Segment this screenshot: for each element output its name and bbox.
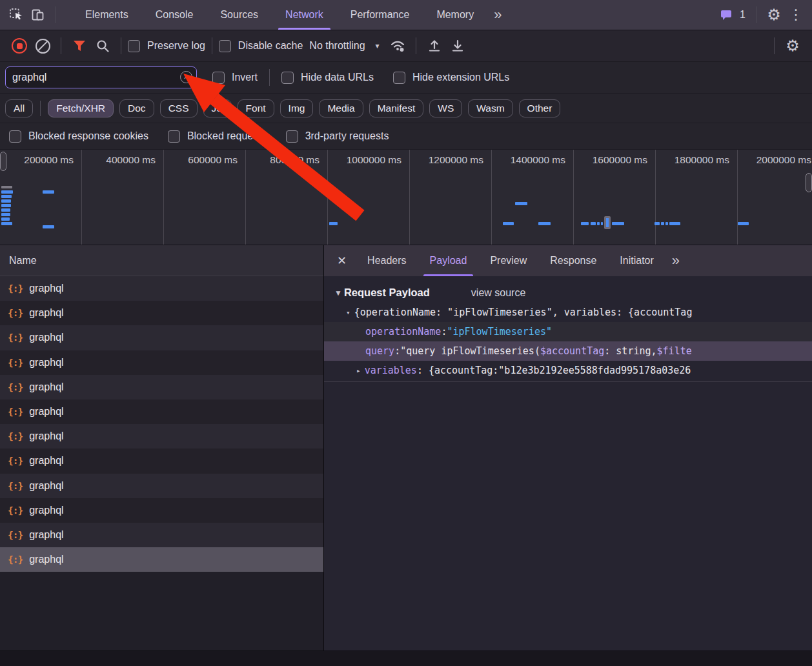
timeline-request-bar <box>1 204 11 207</box>
payload-line[interactable]: ▾{operationName: "ipFlowTimeseries", var… <box>324 303 812 322</box>
table-row[interactable]: {:}graphql <box>0 301 323 325</box>
network-overview-timeline[interactable]: 200000 ms400000 ms600000 ms800000 ms1000… <box>0 150 812 245</box>
filter-chips: Fetch/XHRDocCSSJSFontImgMediaManifestWSW… <box>48 99 560 117</box>
third-party-requests-checkbox[interactable]: 3rd-party requests <box>286 130 389 143</box>
tab-performance[interactable]: Performance <box>337 0 423 30</box>
invert-checkbox[interactable]: Invert <box>212 72 258 84</box>
throttling-select[interactable]: No throttling ▾ <box>309 40 379 52</box>
checkbox-box[interactable] <box>212 72 225 84</box>
chevron-down-icon: ▾ <box>376 41 380 50</box>
filter-chip-js[interactable]: JS <box>203 99 232 117</box>
payload-line[interactable]: query: "query ipFlowTimeseries($accountT… <box>324 341 812 361</box>
table-row[interactable]: {:}graphql <box>0 498 323 523</box>
request-name: graphql <box>29 307 63 319</box>
divider <box>774 37 775 54</box>
filter-chip-font[interactable]: Font <box>238 99 274 117</box>
timeline-tick-label: 1200000 ms <box>410 150 492 245</box>
table-row[interactable]: {:}graphql <box>0 276 323 301</box>
name-column-header[interactable]: Name <box>0 245 323 276</box>
tab-memory[interactable]: Memory <box>423 0 487 30</box>
export-har-icon[interactable] <box>446 34 469 57</box>
checkbox-box[interactable] <box>128 40 140 52</box>
filter-chip-css[interactable]: CSS <box>160 99 198 117</box>
kebab-menu-icon[interactable]: ⋮ <box>785 8 807 22</box>
table-row[interactable]: {:}graphql <box>0 424 323 449</box>
details-tab-payload[interactable]: Payload <box>418 245 479 276</box>
filter-chip-manifest[interactable]: Manifest <box>369 99 424 117</box>
timeline-request-bar <box>1 190 13 194</box>
timeline-right-handle[interactable] <box>806 173 812 192</box>
device-toolbar-icon[interactable] <box>27 4 49 26</box>
tab-network[interactable]: Network <box>272 0 337 30</box>
filter-chip-img[interactable]: Img <box>280 99 314 117</box>
settings-gear-icon[interactable]: ⚙ <box>763 4 785 26</box>
filter-chip-other[interactable]: Other <box>519 99 561 117</box>
filter-chip-fetch-xhr[interactable]: Fetch/XHR <box>48 99 114 117</box>
checkbox-box[interactable] <box>281 72 294 84</box>
details-tab-preview[interactable]: Preview <box>478 245 538 276</box>
divider <box>121 37 121 54</box>
tree-triangle-icon[interactable]: ▾ <box>346 308 350 317</box>
filter-chip-media[interactable]: Media <box>319 99 363 117</box>
table-row[interactable]: {:}graphql <box>0 375 323 399</box>
json-request-icon: {:} <box>8 407 23 417</box>
filter-chip-doc[interactable]: Doc <box>119 99 154 117</box>
tree-triangle-icon[interactable]: ▸ <box>356 367 361 375</box>
close-details-icon[interactable]: ✕ <box>328 245 356 276</box>
timeline-tick-label: 1000000 ms <box>328 150 410 245</box>
payload-token: "b12e3b2192ee5588fdad995178a03e26 <box>498 365 691 376</box>
inspect-element-icon[interactable] <box>5 4 27 26</box>
disable-cache-checkbox[interactable]: Disable cache <box>219 40 303 52</box>
table-row[interactable]: {:}graphql <box>0 474 323 498</box>
request-name: graphql <box>29 332 63 343</box>
import-har-icon[interactable] <box>423 34 446 57</box>
filter-chip-all[interactable]: All <box>5 99 33 117</box>
json-request-icon: {:} <box>8 358 23 368</box>
tab-elements[interactable]: Elements <box>72 0 142 30</box>
checkbox-box[interactable] <box>286 130 298 143</box>
table-row[interactable]: {:}graphql <box>0 325 323 350</box>
checkbox-box[interactable] <box>219 40 231 52</box>
hide-data-urls-checkbox[interactable]: Hide data URLs <box>281 72 374 84</box>
table-row[interactable]: {:}graphql <box>0 449 323 473</box>
messages-icon[interactable] <box>715 4 737 26</box>
checkbox-box[interactable] <box>393 72 405 84</box>
filter-funnel-icon[interactable] <box>68 34 91 57</box>
more-details-tabs-icon[interactable]: » <box>665 245 686 276</box>
tab-sources[interactable]: Sources <box>207 0 272 30</box>
filter-chip-wasm[interactable]: Wasm <box>468 99 513 117</box>
details-tab-headers[interactable]: Headers <box>356 245 418 276</box>
details-tab-response[interactable]: Response <box>538 245 608 276</box>
timeline-left-handle[interactable] <box>0 152 6 171</box>
hide-extension-urls-checkbox[interactable]: Hide extension URLs <box>393 72 509 84</box>
network-conditions-icon[interactable] <box>386 34 409 57</box>
search-icon[interactable] <box>91 34 114 57</box>
tab-console[interactable]: Console <box>142 0 207 30</box>
table-row[interactable]: {:}graphql <box>0 399 323 424</box>
payload-line[interactable]: ▸variables: {accountTag: "b12e3b2192ee55… <box>324 361 812 380</box>
checkbox-box[interactable] <box>168 130 180 143</box>
checkbox-box[interactable] <box>9 130 21 143</box>
blocked-requests-checkbox[interactable]: Blocked requests <box>168 130 267 143</box>
payload-line[interactable]: operationName: "ipFlowTimeseries" <box>324 322 812 341</box>
table-row[interactable]: {:}graphql <box>0 350 323 375</box>
blocked-response-cookies-checkbox[interactable]: Blocked response cookies <box>9 130 148 143</box>
filter-chip-ws[interactable]: WS <box>429 99 462 117</box>
clear-filter-icon[interactable]: ✕ <box>180 71 192 83</box>
view-source-link[interactable]: view source <box>471 287 525 299</box>
payload-token: {operationName: "ipFlowTimeseries", vari… <box>354 307 693 318</box>
collapse-triangle-icon[interactable]: ▼ <box>334 288 342 298</box>
record-network-log-icon[interactable] <box>8 34 31 57</box>
payload-token: $filte <box>657 345 692 357</box>
table-row[interactable]: {:}graphql <box>0 547 323 572</box>
filter-input[interactable] <box>5 66 197 88</box>
payload-token: "query ipFlowTimeseries( <box>400 345 540 357</box>
table-row[interactable]: {:}graphql <box>0 523 323 547</box>
json-request-icon: {:} <box>8 382 23 392</box>
details-tab-initiator[interactable]: Initiator <box>608 245 665 276</box>
clear-network-log-icon[interactable] <box>31 34 54 57</box>
request-name: graphql <box>29 430 63 442</box>
network-settings-gear-icon[interactable]: ⚙ <box>781 34 804 57</box>
more-tabs-icon[interactable]: » <box>487 8 508 22</box>
preserve-log-checkbox[interactable]: Preserve log <box>128 40 205 52</box>
